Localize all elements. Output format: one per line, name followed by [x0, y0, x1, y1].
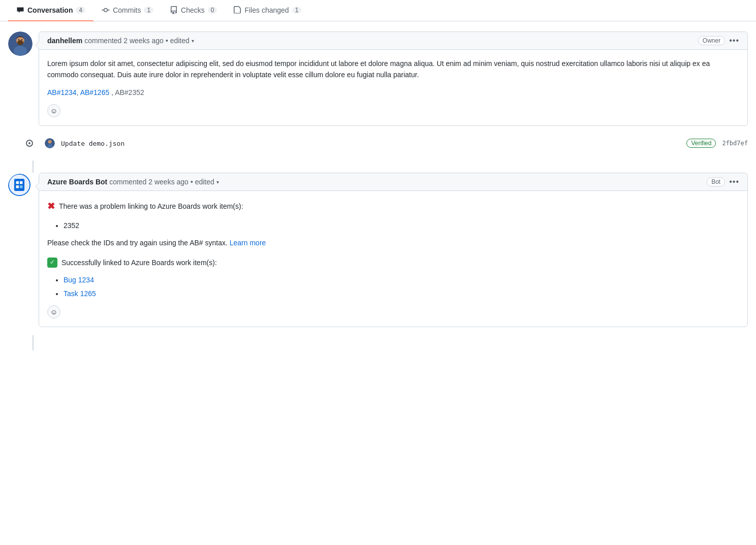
chevron-down-icon-2[interactable]: ▾: [216, 179, 219, 185]
error-text: There was a problem linking to Azure Boa…: [59, 201, 243, 212]
tab-commits-label: Commits: [113, 6, 141, 14]
avatar-danhellem: [8, 31, 33, 56]
x-icon: ✖: [47, 199, 55, 214]
comment-meta-2: commented 2 weeks ago: [109, 178, 188, 186]
task-1265-link[interactable]: Task 1265: [64, 290, 96, 298]
svg-rect-13: [16, 181, 19, 184]
svg-rect-15: [16, 185, 19, 188]
tab-checks-label: Checks: [181, 6, 205, 14]
learn-more-link[interactable]: Learn more: [230, 239, 266, 247]
comment-meta-1: commented 2 weeks ago: [84, 37, 164, 45]
bot-badge: Bot: [707, 177, 725, 186]
comment-row-1: danhellem commented 2 weeks ago • edited…: [8, 31, 748, 126]
error-item-1: 2352: [64, 220, 739, 231]
comment-header-2: Azure Boards Bot commented 2 weeks ago •…: [39, 173, 747, 191]
tab-files[interactable]: Files changed 1: [225, 0, 309, 21]
commit-row: Update demo.json Verified 2fbd7ef: [20, 134, 748, 152]
comment-header-1: danhellem commented 2 weeks ago • edited…: [39, 32, 747, 50]
avatar-bot: [8, 174, 33, 198]
more-menu-btn-1[interactable]: •••: [729, 36, 739, 45]
info-line: Please check the IDs and try again using…: [47, 237, 739, 248]
svg-rect-16: [20, 185, 23, 188]
edited-label-2: • edited: [191, 178, 214, 186]
link-ab1234[interactable]: AB#1234: [47, 88, 77, 97]
conversation-icon: [16, 6, 24, 14]
commits-icon: [102, 6, 110, 14]
verified-badge: Verified: [686, 139, 716, 148]
comment-body-1: Lorem ipsum dolor sit amet, consectetur …: [39, 50, 747, 125]
svg-point-5: [17, 40, 23, 45]
svg-point-9: [48, 140, 52, 144]
tab-checks-count: 0: [208, 7, 217, 14]
comment-box-1: danhellem commented 2 weeks ago • edited…: [39, 31, 748, 126]
comment-box-2: Azure Boards Bot commented 2 weeks ago •…: [39, 173, 748, 327]
chevron-down-icon-1[interactable]: ▾: [192, 38, 194, 44]
svg-point-6: [18, 39, 19, 40]
comment-header-left-1: danhellem commented 2 weeks ago • edited…: [47, 37, 194, 45]
content-area: danhellem commented 2 weeks ago • edited…: [0, 21, 756, 361]
tab-conversation[interactable]: Conversation 4: [8, 0, 93, 21]
success-line: ✓ Successfully linked to Azure Boards wo…: [47, 257, 739, 268]
tab-files-label: Files changed: [244, 6, 289, 14]
comment-header-right-2: Bot •••: [707, 177, 739, 186]
success-text: Successfully linked to Azure Boards work…: [61, 257, 217, 268]
comment-row-2: Azure Boards Bot commented 2 weeks ago •…: [8, 173, 748, 327]
commit-message: Update demo.json: [61, 140, 680, 147]
svg-rect-14: [20, 181, 23, 184]
checks-icon: [170, 6, 178, 14]
tab-checks[interactable]: Checks 0: [162, 0, 225, 21]
files-icon: [233, 6, 241, 14]
comment-header-right-1: Owner •••: [698, 36, 739, 45]
success-item-bug1234: Bug 1234: [64, 274, 739, 285]
success-items-list: Bug 1234 Task 1265: [47, 274, 739, 299]
error-items-list: 2352: [47, 220, 739, 231]
tabs-bar: Conversation 4 Commits 1 Checks 0: [0, 0, 756, 21]
emoji-picker-btn-1[interactable]: ☺: [47, 104, 60, 117]
plain-link-text: , AB#2352: [111, 88, 144, 97]
comment-author-1[interactable]: danhellem: [47, 37, 82, 45]
comment-body-2: ✖ There was a problem linking to Azure B…: [39, 191, 747, 327]
comment-links-line: AB#1234, AB#1265 , AB#2352: [47, 87, 739, 98]
more-menu-btn-2[interactable]: •••: [729, 177, 739, 186]
tab-files-count: 1: [292, 7, 302, 14]
check-green-icon: ✓: [47, 258, 57, 268]
app-container: Conversation 4 Commits 1 Checks 0: [0, 0, 756, 361]
edited-label-1: • edited: [166, 37, 190, 45]
bug-1234-link[interactable]: Bug 1234: [64, 276, 94, 284]
owner-badge: Owner: [698, 36, 725, 45]
tab-conversation-count: 4: [76, 7, 85, 14]
success-item-task1265: Task 1265: [64, 288, 739, 299]
tab-commits-count: 1: [144, 7, 153, 14]
link-ab1265[interactable]: AB#1265: [80, 88, 110, 97]
comment-author-2[interactable]: Azure Boards Bot: [47, 178, 107, 186]
commit-hash: 2fbd7ef: [722, 140, 748, 147]
error-line: ✖ There was a problem linking to Azure B…: [47, 199, 739, 214]
comment-header-left-2: Azure Boards Bot commented 2 weeks ago •…: [47, 178, 219, 186]
emoji-picker-btn-2[interactable]: ☺: [47, 305, 60, 318]
svg-point-7: [21, 39, 22, 40]
tab-conversation-label: Conversation: [27, 6, 73, 14]
comment-text-1: Lorem ipsum dolor sit amet, consectetur …: [47, 58, 739, 81]
tab-commits[interactable]: Commits 1: [93, 0, 162, 21]
svg-rect-12: [14, 179, 24, 191]
commit-dot-icon: [26, 140, 33, 147]
svg-point-3: [14, 46, 27, 56]
commit-avatar: [45, 138, 55, 148]
commit-left: [20, 140, 39, 147]
info-text: Please check the IDs and try again using…: [47, 239, 228, 247]
